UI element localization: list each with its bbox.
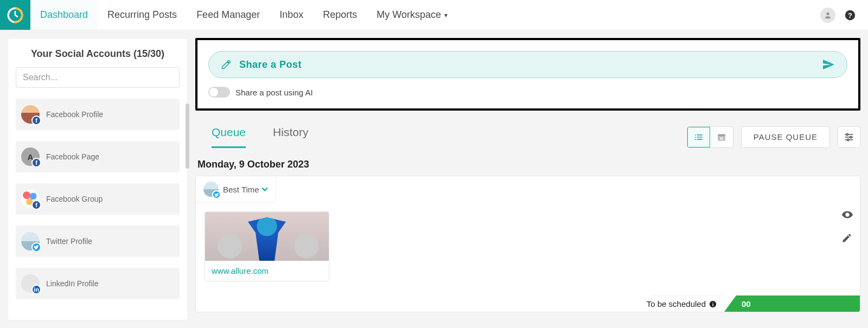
facebook-badge-icon: f — [31, 115, 41, 125]
avatar: f — [21, 190, 40, 208]
scrollbar-thumb[interactable] — [186, 104, 189, 169]
sidebar-item-facebook-page[interactable]: Af Facebook Page — [16, 141, 180, 172]
brand-clock-icon — [6, 6, 24, 24]
top-nav: Dashboard Recurring Posts Feed Manager I… — [0, 0, 868, 30]
sidebar-item-facebook-profile[interactable]: f Facebook Profile — [16, 99, 180, 130]
twitter-badge-icon — [212, 190, 221, 199]
svg-text:?: ? — [848, 11, 852, 19]
scheduled-count-tag: 00 — [724, 295, 860, 312]
view-switcher: M — [687, 126, 733, 148]
tab-queue[interactable]: Queue — [212, 126, 246, 148]
help-button[interactable]: ? — [844, 9, 856, 21]
svg-point-2 — [826, 12, 829, 15]
best-time-dropdown[interactable]: Best Time — [223, 185, 268, 194]
edit-icon — [221, 59, 232, 70]
account-avatar-small — [203, 182, 219, 197]
svg-rect-6 — [718, 134, 725, 136]
nav-dashboard[interactable]: Dashboard — [30, 0, 98, 30]
tab-history[interactable]: History — [273, 126, 308, 148]
nav-recurring-posts[interactable]: Recurring Posts — [98, 0, 187, 30]
sidebar-item-twitter-profile[interactable]: Twitter Profile — [16, 226, 180, 257]
avatar: Af — [21, 147, 40, 166]
to-be-scheduled-label: To be scheduled i — [639, 295, 724, 312]
sidebar-item-label: Facebook Profile — [46, 110, 103, 119]
twitter-badge-icon — [31, 242, 41, 252]
chevron-down-icon — [261, 187, 268, 191]
best-time-label: Best Time — [223, 185, 259, 194]
avatar: in — [21, 274, 40, 293]
facebook-badge-icon: f — [31, 200, 41, 210]
ai-toggle-label: Share a post using AI — [235, 88, 313, 97]
svg-point-10 — [847, 139, 849, 140]
filter-button[interactable] — [838, 126, 860, 148]
search-input[interactable] — [16, 67, 180, 88]
info-icon[interactable]: i — [709, 300, 717, 308]
nav-reports[interactable]: Reports — [313, 0, 367, 30]
svg-text:i: i — [712, 301, 714, 307]
account-avatar[interactable] — [820, 8, 835, 23]
sidebar-item-label: Twitter Profile — [46, 237, 92, 246]
calendar-view-button[interactable]: M — [710, 127, 733, 147]
user-icon — [824, 11, 832, 19]
list-view-button[interactable] — [687, 127, 710, 147]
social-accounts-sidebar: Your Social Accounts (15/30) f Facebook … — [8, 38, 188, 320]
eye-icon — [841, 209, 853, 221]
main-content: Share a Post Share a post using AI Queue… — [195, 30, 868, 328]
svg-text:M: M — [720, 136, 723, 140]
compose-box: Share a Post Share a post using AI — [195, 38, 860, 111]
sidebar-item-facebook-group[interactable]: f Facebook Group — [16, 183, 180, 215]
share-post-label: Share a Post — [239, 59, 302, 70]
sidebar-item-label: Facebook Group — [46, 195, 103, 203]
svg-point-9 — [850, 136, 852, 138]
queue-toolbar: Queue History M PAUSE QUEUE — [195, 126, 860, 148]
post-link: www.allure.com — [205, 261, 329, 281]
avatar — [21, 232, 40, 250]
nav-my-workspace-label: My Workspace — [376, 9, 441, 21]
nav-inbox[interactable]: Inbox — [270, 0, 313, 30]
sidebar-item-linkedin-profile[interactable]: in LinkedIn Profile — [16, 268, 180, 299]
pause-queue-button[interactable]: PAUSE QUEUE — [741, 126, 830, 148]
edit-icon — [841, 233, 852, 243]
queue-date-heading: Monday, 9 October 2023 — [197, 159, 860, 170]
calendar-icon: M — [717, 132, 726, 142]
nav-my-workspace[interactable]: My Workspace ▾ — [367, 0, 457, 30]
list-icon — [693, 132, 704, 143]
sidebar-item-label: Facebook Page — [46, 152, 99, 161]
svg-point-8 — [846, 133, 848, 135]
sliders-icon — [844, 132, 854, 143]
edit-button[interactable] — [841, 233, 853, 243]
share-post-input[interactable]: Share a Post — [208, 51, 847, 78]
ai-toggle[interactable] — [208, 87, 230, 98]
help-icon: ? — [844, 9, 856, 21]
nav-feed-manager[interactable]: Feed Manager — [187, 0, 270, 30]
avatar: f — [21, 105, 40, 124]
facebook-badge-icon: f — [31, 158, 41, 168]
sidebar-item-label: LinkedIn Profile — [46, 279, 99, 288]
preview-button[interactable] — [841, 209, 853, 221]
brand-logo[interactable] — [0, 0, 30, 30]
send-icon[interactable] — [822, 58, 835, 71]
linkedin-badge-icon: in — [31, 285, 41, 294]
post-preview[interactable]: www.allure.com — [205, 211, 329, 281]
sidebar-title: Your Social Accounts (15/30) — [16, 48, 180, 60]
chevron-down-icon: ▾ — [444, 11, 448, 19]
post-thumbnail — [205, 212, 329, 261]
queue-card: Best Time www.allure.com To be scheduled… — [195, 176, 860, 312]
